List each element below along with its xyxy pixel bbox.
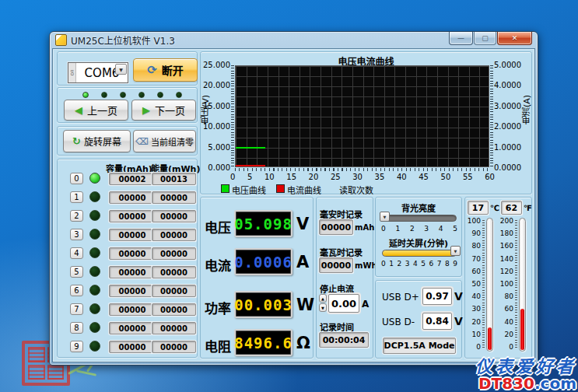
spinner-up-icon[interactable]: ▲ (319, 294, 327, 303)
scale-label: 40 (472, 293, 481, 299)
current-legend-label: 电流曲线 (287, 184, 321, 196)
celsius-unit: ℃ (490, 204, 499, 212)
page-led-1 (101, 92, 107, 98)
group-led (89, 191, 100, 202)
app-icon (55, 34, 67, 46)
group-index-button[interactable]: 9 (70, 341, 83, 352)
mwh-record-unit: mWh (355, 261, 377, 270)
prev-page-label: 上一页 (87, 103, 117, 117)
fahrenheit-thermometer (519, 218, 526, 352)
voltage-legend-swatch (221, 184, 229, 193)
tick-label: 25 (331, 173, 341, 181)
group-index-button[interactable]: 6 (70, 285, 83, 296)
next-page-button[interactable]: ▶ 下一页 (131, 100, 196, 121)
tick-label: 25.000 (203, 61, 230, 69)
page-nav-panel: ◀ 上一页 ▶ 下一页 (57, 87, 198, 123)
group-index-button[interactable]: 3 (70, 229, 83, 240)
tick-label: 30 (352, 173, 363, 181)
readings-panel: 电压 05.098 V 电流 0.0006 A 功率 00.003 W 电阻 8… (200, 197, 314, 359)
charge-mode-indicator: DCP1.5A Mode (383, 338, 456, 354)
scale-label: 140 (500, 256, 513, 262)
group-energy-value: 00000 (152, 285, 196, 297)
tick-label: 0.000 (208, 163, 230, 172)
x-tick-labels: 0 5 10 15 20 25 30 35 40 45 50 55 60 (230, 173, 495, 181)
rotate-screen-button[interactable]: ↻ 旋转屏幕 (63, 130, 131, 152)
rotate-icon: ↻ (72, 135, 81, 147)
group-index-button[interactable]: 1 (70, 191, 83, 203)
prev-page-button[interactable]: ◀ 上一页 (64, 100, 128, 121)
disconnect-button[interactable]: ⟳ 断开 (133, 58, 198, 82)
tick-label: 2.0000 (494, 122, 521, 131)
screen-off-slider[interactable] (382, 250, 457, 257)
fahrenheit-scale: 200 180 160 140 120 100 80 60 40 20 0 (499, 218, 513, 350)
watermark-text: 仪表爱好者 (475, 358, 576, 376)
com-port-select[interactable]: I/O COM6 ▼ (68, 62, 128, 83)
group-energy-value: 00000 (152, 247, 196, 260)
tick-label: 4.0000 (494, 81, 521, 89)
arrow-left-icon: ◀ (75, 104, 82, 116)
scale-label: 90 (472, 230, 481, 236)
group-index-button[interactable]: 7 (70, 303, 83, 315)
tick-label: 15 (286, 173, 296, 181)
scale-label: 0 (381, 225, 386, 233)
backlight-slider-handle[interactable]: ▼ (380, 212, 390, 222)
scale-label: 2 (410, 225, 415, 233)
group-energy-value: 00013 (152, 173, 196, 185)
maximize-button[interactable]: ▢ (474, 32, 496, 45)
tick-label: 50 (441, 173, 451, 181)
page-led-2 (120, 92, 126, 98)
group-capacity-value: 00000 (109, 229, 156, 241)
group-led (89, 322, 100, 333)
voltage-label: 电压 (205, 217, 231, 236)
stop-current-value[interactable]: 0.00 (328, 294, 359, 313)
spinner-down-icon[interactable]: ▼ (319, 303, 327, 312)
app-window: UM25C上位机软件 V1.3 — ▢ ✕ I/O COM6 ▼ ⟳ 断开 (49, 31, 538, 366)
client-area: I/O COM6 ▼ ⟳ 断开 ◀ 上一页 (52, 48, 535, 362)
scale-label: 160 (500, 243, 513, 249)
stop-current-spinner[interactable]: ▲ ▼ (319, 294, 327, 313)
current-legend-swatch (276, 184, 285, 193)
scale-label: 20 (472, 319, 481, 325)
scale-label: 1 (389, 260, 394, 268)
scale-label: 6 (429, 260, 434, 268)
group-capacity-value: 00000 (109, 191, 156, 204)
mah-record-value: 00000 (319, 219, 353, 235)
fahrenheit-value: 62 (501, 201, 522, 215)
scale-label: 3 (424, 225, 429, 233)
close-button[interactable]: ✕ (497, 32, 532, 45)
tick-label: 3.0000 (494, 102, 521, 110)
fahrenheit-mercury (520, 309, 524, 350)
group-index-button[interactable]: 0 (70, 173, 83, 184)
usb-dp-value: 0.97 (422, 288, 452, 305)
group-index-button[interactable]: 8 (70, 322, 83, 334)
fahrenheit-unit: ℉ (524, 204, 532, 212)
group-index-button[interactable]: 5 (70, 266, 83, 278)
page-led-4 (157, 92, 163, 98)
watermark-brand: DT830 (478, 374, 534, 392)
current-unit: A (296, 253, 309, 271)
chevron-down-icon[interactable]: ▼ (115, 64, 127, 75)
scale-label: 9 (453, 260, 457, 268)
scale-label: 0 (476, 344, 481, 350)
clear-group-button[interactable]: ⌫ 当前组清零 (133, 130, 196, 152)
group-index-button[interactable]: 4 (70, 247, 83, 259)
y-right-axis-label: 电流(A) (521, 95, 534, 124)
backlight-slider[interactable] (382, 215, 457, 222)
mwh-record-value: 00000 (319, 257, 353, 273)
tick-label: 55 (463, 173, 473, 181)
usb-dm-value: 0.84 (422, 313, 452, 330)
group-index-button[interactable]: 2 (70, 210, 83, 222)
group-capacity-value: 00000 (109, 322, 156, 334)
screen-off-slider-handle[interactable]: ▼ (450, 246, 461, 256)
record-time-label: 记录时间 (320, 320, 354, 333)
scale-label: 40 (505, 319, 513, 325)
scale-label: 80 (472, 243, 481, 249)
screen-off-label: 延时关屏(分钟) (376, 236, 461, 249)
scale-label: 4 (439, 225, 443, 233)
title-bar[interactable]: UM25C上位机软件 V1.3 — ▢ ✕ (50, 32, 538, 48)
resistance-display: 8496.6 (234, 329, 293, 356)
group-energy-value: 00000 (152, 303, 196, 316)
scale-label: 7 (437, 260, 442, 268)
minimize-button[interactable]: — (449, 32, 473, 45)
resistance-unit: Ω (296, 334, 310, 352)
